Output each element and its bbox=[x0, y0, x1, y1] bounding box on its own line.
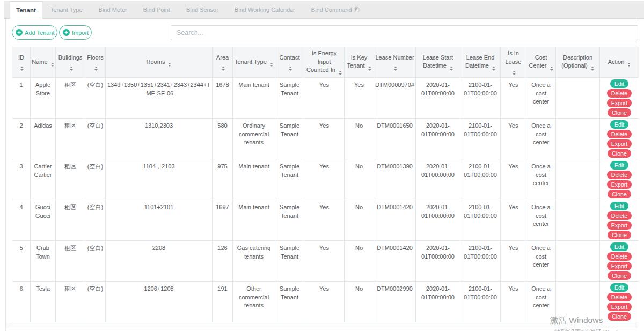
edit-button[interactable]: Edit bbox=[610, 242, 628, 251]
cell-name: Cartier Cartier bbox=[31, 159, 56, 200]
cell-action: EditDeleteExportClone bbox=[600, 119, 639, 159]
cell-lease_end_datetime: 2100-01-01T00:00:00 bbox=[460, 78, 501, 119]
delete-button[interactable]: Delete bbox=[607, 293, 632, 301]
cell-action: EditDeleteExportClone bbox=[600, 78, 639, 119]
sort-icon[interactable] bbox=[339, 71, 342, 75]
column-header-lease_start_datetime[interactable]: Lease Start Datetime bbox=[416, 47, 460, 78]
clone-button[interactable]: Clone bbox=[608, 149, 631, 158]
edit-button[interactable]: Edit bbox=[610, 161, 628, 170]
sort-icon[interactable] bbox=[289, 67, 292, 71]
column-header-description[interactable]: Description (Optional) bbox=[556, 47, 600, 78]
column-label: Is Energy Input Counted In bbox=[306, 50, 336, 73]
column-header-name[interactable]: Name bbox=[31, 47, 56, 78]
cell-floors: (空白) bbox=[85, 241, 106, 282]
cell-lease_start_datetime: 2020-01-01T00:00:00 bbox=[416, 78, 460, 119]
sort-icon[interactable] bbox=[20, 67, 24, 71]
sort-icon[interactable] bbox=[94, 67, 98, 71]
sort-icon[interactable] bbox=[591, 67, 594, 71]
cell-lease_start_datetime: 2020-01-01T00:00:00 bbox=[416, 241, 460, 282]
column-header-rooms[interactable]: Rooms bbox=[106, 47, 213, 78]
clone-button[interactable]: Clone bbox=[608, 312, 631, 321]
delete-button[interactable]: Delete bbox=[607, 211, 632, 220]
cell-floors: (空白) bbox=[85, 282, 106, 322]
cell-tenant_type: Other commercial tenants bbox=[233, 282, 275, 322]
tab-bind-sensor[interactable]: Bind Sensor bbox=[178, 1, 226, 18]
cell-lease_start_datetime: 2020-01-01T00:00:00 bbox=[416, 282, 460, 322]
cell-area: 1697 bbox=[213, 200, 233, 241]
clone-button[interactable]: Clone bbox=[608, 231, 631, 239]
cell-description bbox=[556, 200, 600, 241]
import-button[interactable]: + Import bbox=[59, 25, 92, 40]
clone-button[interactable]: Clone bbox=[608, 190, 631, 198]
column-header-action[interactable]: Action bbox=[600, 47, 639, 78]
column-header-area[interactable]: Area bbox=[213, 47, 233, 78]
tab-tenant[interactable]: Tenant bbox=[10, 1, 42, 19]
edit-button[interactable]: Edit bbox=[610, 79, 628, 88]
sort-icon[interactable] bbox=[222, 67, 225, 71]
column-header-floors[interactable]: Floors bbox=[85, 47, 106, 78]
export-button[interactable]: Export bbox=[607, 303, 632, 311]
sort-icon[interactable] bbox=[394, 67, 397, 71]
clone-button[interactable]: Clone bbox=[608, 271, 631, 280]
sort-icon[interactable] bbox=[51, 63, 54, 67]
sort-icon[interactable] bbox=[70, 67, 73, 71]
export-button[interactable]: Export bbox=[607, 262, 632, 270]
tab-bind-meter[interactable]: Bind Meter bbox=[91, 1, 135, 18]
table-row: 3Cartier Cartier租区(空白)1104，2103975Main t… bbox=[12, 159, 639, 200]
cell-tenant_type: Main tenant bbox=[233, 78, 275, 119]
windows-activation-watermark-line2: 转到“设置”以激活 Windows。 bbox=[554, 328, 635, 331]
delete-button[interactable]: Delete bbox=[607, 89, 632, 98]
delete-button[interactable]: Delete bbox=[607, 171, 632, 179]
sort-icon[interactable] bbox=[450, 67, 453, 71]
column-header-is_key_tenant[interactable]: Is Key Tenant bbox=[345, 47, 374, 78]
cell-floors: (空白) bbox=[85, 78, 106, 119]
sort-icon[interactable] bbox=[627, 63, 631, 67]
delete-button[interactable]: Delete bbox=[607, 130, 632, 138]
cell-is_key_tenant: No bbox=[345, 282, 374, 322]
sort-icon[interactable] bbox=[550, 67, 553, 71]
cell-description bbox=[556, 119, 600, 159]
cell-rooms: 1101+2101 bbox=[106, 200, 213, 241]
column-header-cost_center[interactable]: Cost Center bbox=[526, 47, 556, 78]
tab-bind-point[interactable]: Bind Point bbox=[135, 1, 178, 18]
cell-buildings: 租区 bbox=[56, 78, 85, 119]
export-button[interactable]: Export bbox=[607, 221, 632, 230]
sort-icon[interactable] bbox=[368, 67, 371, 71]
export-button[interactable]: Export bbox=[607, 180, 632, 189]
column-header-lease_number[interactable]: Lease Number bbox=[374, 47, 416, 78]
cell-rooms: 1349+1350+1351+2341+2343+2344+T-ME-SE-06 bbox=[106, 78, 213, 119]
column-label: Is Key Tenant bbox=[347, 54, 367, 69]
cell-is_in_lease: Yes bbox=[501, 200, 526, 241]
tab-tenant-type[interactable]: Tenant Type bbox=[42, 1, 91, 18]
cell-lease_end_datetime: 2100-01-01T00:00:00 bbox=[460, 200, 501, 241]
column-header-buildings[interactable]: Buildings bbox=[56, 47, 85, 78]
tenant-table: ID Name Buildings Floors Rooms Area Tena… bbox=[12, 47, 639, 322]
column-header-lease_end_datetime[interactable]: Lease End Datetime bbox=[460, 47, 501, 78]
cell-id: 6 bbox=[12, 282, 31, 322]
column-header-is_energy_input_counted_in[interactable]: Is Energy Input Counted In bbox=[304, 47, 345, 78]
windows-activation-watermark: 激活 Windows bbox=[550, 315, 603, 326]
cell-cost_center: Once a cost center bbox=[526, 119, 556, 159]
tab-bind-working-calendar[interactable]: Bind Working Calendar bbox=[226, 1, 303, 18]
cell-action: EditDeleteExportClone bbox=[600, 200, 639, 241]
delete-button[interactable]: Delete bbox=[607, 252, 632, 261]
sort-icon[interactable] bbox=[168, 63, 171, 67]
sort-icon[interactable] bbox=[270, 63, 273, 67]
clone-button[interactable]: Clone bbox=[608, 108, 631, 117]
column-header-id[interactable]: ID bbox=[12, 47, 31, 78]
cell-is_energy_input_counted_in: Yes bbox=[304, 119, 345, 159]
search-input[interactable] bbox=[171, 25, 638, 40]
edit-button[interactable]: Edit bbox=[610, 120, 628, 129]
column-header-contact[interactable]: Contact bbox=[275, 47, 304, 78]
export-button[interactable]: Export bbox=[607, 99, 632, 107]
edit-button[interactable]: Edit bbox=[610, 202, 628, 210]
export-button[interactable]: Export bbox=[607, 139, 632, 148]
tab-bind-command[interactable]: Bind Command Ⓔ bbox=[303, 1, 368, 18]
sort-icon[interactable] bbox=[513, 71, 516, 75]
column-header-is_in_lease[interactable]: Is In Lease bbox=[501, 47, 526, 78]
add-tenant-button[interactable]: + Add Tenant bbox=[12, 25, 57, 40]
sort-icon[interactable] bbox=[492, 67, 495, 71]
cell-is_energy_input_counted_in: Yes bbox=[304, 159, 345, 200]
edit-button[interactable]: Edit bbox=[610, 283, 628, 292]
column-header-tenant_type[interactable]: Tenant Type bbox=[233, 47, 275, 78]
